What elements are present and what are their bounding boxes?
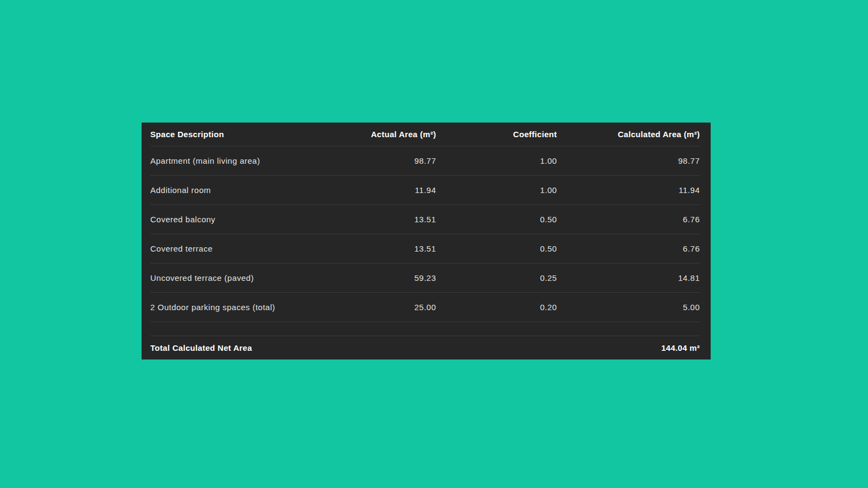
column-header-space-description: Space Description <box>150 130 326 139</box>
cell-actual-area: 98.77 <box>326 156 436 165</box>
cell-space-description: Apartment (main living area) <box>150 156 326 165</box>
cell-coefficient: 1.00 <box>436 156 557 165</box>
cell-space-description: 2 Outdoor parking spaces (total) <box>150 303 326 312</box>
cell-calculated-area: 6.76 <box>557 215 700 224</box>
cell-actual-area: 11.94 <box>326 185 436 195</box>
cell-coefficient: 0.25 <box>436 273 557 282</box>
table-row: Additional room 11.94 1.00 11.94 <box>150 176 700 205</box>
cell-coefficient: 0.50 <box>436 215 557 224</box>
table-row: Apartment (main living area) 98.77 1.00 … <box>150 146 700 176</box>
cell-actual-area: 59.23 <box>326 273 436 282</box>
spacer-row <box>150 322 700 336</box>
total-value: 144.04 m² <box>326 343 700 352</box>
table-row: 2 Outdoor parking spaces (total) 25.00 0… <box>150 293 700 322</box>
cell-coefficient: 0.50 <box>436 244 557 253</box>
cell-space-description: Covered balcony <box>150 215 326 224</box>
cell-coefficient: 1.00 <box>436 185 557 195</box>
cell-calculated-area: 6.76 <box>557 244 700 253</box>
cell-space-description: Additional room <box>150 185 326 195</box>
column-header-actual-area: Actual Area (m²) <box>326 130 436 139</box>
cell-calculated-area: 11.94 <box>557 185 700 195</box>
column-header-calculated-area: Calculated Area (m²) <box>557 130 700 139</box>
area-calculation-table: Space Description Actual Area (m²) Coeff… <box>142 123 711 359</box>
table-row: Covered terrace 13.51 0.50 6.76 <box>150 234 700 264</box>
table-row: Covered balcony 13.51 0.50 6.76 <box>150 205 700 234</box>
cell-coefficient: 0.20 <box>436 303 557 312</box>
cell-actual-area: 13.51 <box>326 215 436 224</box>
total-label: Total Calculated Net Area <box>150 343 326 352</box>
cell-space-description: Uncovered terrace (paved) <box>150 273 326 282</box>
cell-space-description: Covered terrace <box>150 244 326 253</box>
cell-actual-area: 25.00 <box>326 303 436 312</box>
cell-calculated-area: 98.77 <box>557 156 700 165</box>
cell-calculated-area: 14.81 <box>557 273 700 282</box>
total-row: Total Calculated Net Area 144.04 m² <box>150 336 700 359</box>
table-header-row: Space Description Actual Area (m²) Coeff… <box>150 123 700 146</box>
cell-calculated-area: 5.00 <box>557 303 700 312</box>
table-row: Uncovered terrace (paved) 59.23 0.25 14.… <box>150 264 700 293</box>
column-header-coefficient: Coefficient <box>436 130 557 139</box>
cell-actual-area: 13.51 <box>326 244 436 253</box>
